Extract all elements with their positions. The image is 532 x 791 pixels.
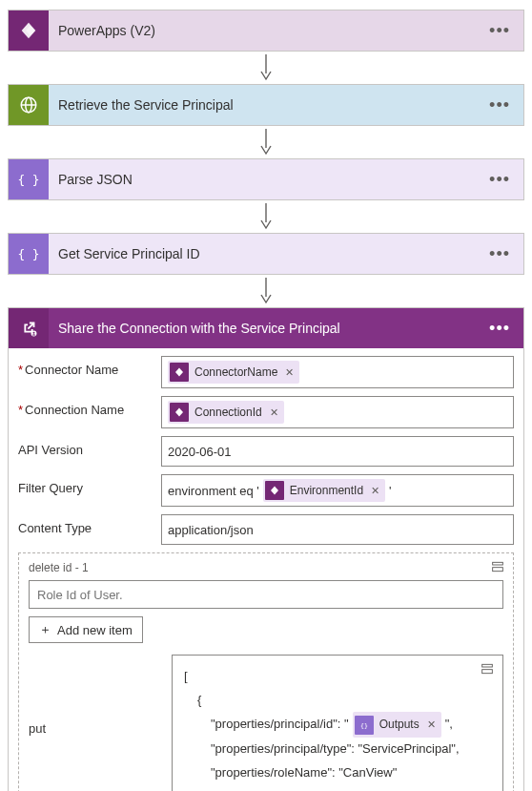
token-connection-id[interactable]: ConnectionId ✕ (168, 401, 284, 424)
step-header[interactable]: { } Get Service Principal ID ••• (9, 234, 523, 274)
token-label: ConnectionId (194, 406, 262, 419)
code-line: [ (184, 665, 491, 689)
braces-icon: { } (9, 234, 49, 274)
token-remove-icon[interactable]: ✕ (427, 715, 436, 735)
token-icon: {} (355, 716, 374, 735)
connection-name-input[interactable]: ConnectionId ✕ (161, 396, 514, 428)
put-label: put (29, 655, 172, 736)
field-label: Connection Name (18, 396, 161, 428)
step-title: Retrieve the Service Principal (49, 97, 483, 113)
plus-icon: ＋ (39, 621, 51, 638)
step-menu-button[interactable]: ••• (483, 175, 516, 184)
put-body-input[interactable]: [ { "properties/principal/id": " {} Outp… (172, 655, 503, 791)
filter-query-input[interactable]: environment eq ' EnvironmentId ✕ ' (161, 474, 514, 507)
field-label: Connector Name (18, 356, 161, 388)
code-line: "properties/roleName": "CanView" (184, 761, 491, 785)
step-header[interactable]: Share the Connection with the Service Pr… (9, 308, 523, 348)
field-label: Content Type (18, 514, 161, 545)
switch-mode-icon[interactable] (490, 559, 505, 577)
step-body: Connector Name ConnectorName ✕ Connectio… (9, 348, 523, 791)
share-connection-icon (9, 308, 49, 348)
token-label: Outputs (379, 714, 419, 736)
braces-icon: { } (9, 159, 49, 199)
step-title: Parse JSON (49, 172, 483, 187)
field-content-type: Content Type application/json (18, 514, 514, 545)
token-remove-icon[interactable]: ✕ (371, 485, 379, 497)
step-menu-button[interactable]: ••• (483, 100, 516, 110)
field-connection-name: Connection Name ConnectionId ✕ (18, 396, 514, 428)
step-get-id[interactable]: { } Get Service Principal ID ••• (8, 233, 524, 275)
delete-section: delete id - 1 ＋ Add new item put [ { "pr… (18, 552, 514, 791)
code-line: { (184, 689, 491, 713)
step-header[interactable]: { } Parse JSON ••• (9, 159, 523, 199)
token-environment-id[interactable]: EnvironmentId ✕ (263, 479, 385, 502)
svg-text:{ }: { } (18, 173, 39, 187)
field-label: API Version (18, 436, 161, 467)
section-title: delete id - 1 (29, 561, 503, 574)
field-connector-name: Connector Name ConnectorName ✕ (18, 356, 514, 388)
token-remove-icon[interactable]: ✕ (270, 406, 278, 419)
step-menu-button[interactable]: ••• (483, 249, 516, 259)
svg-rect-10 (493, 562, 503, 565)
step-powerapps[interactable]: PowerApps (V2) ••• (8, 10, 524, 52)
switch-mode-icon[interactable] (480, 661, 495, 685)
globe-icon (9, 85, 49, 125)
flow-arrow (8, 275, 524, 307)
step-share-connection: Share the Connection with the Service Pr… (8, 307, 524, 791)
powerapps-icon (9, 10, 49, 51)
step-menu-button[interactable]: ••• (483, 323, 516, 333)
input-value: application/json (168, 523, 254, 537)
step-retrieve[interactable]: Retrieve the Service Principal ••• (8, 84, 524, 126)
token-icon (265, 481, 284, 500)
input-value: 2020-06-01 (168, 445, 232, 459)
code-line: "properties/principal/id": " {} Outputs … (184, 712, 491, 738)
svg-rect-13 (482, 670, 493, 674)
filter-prefix-text: environment eq ' (168, 484, 259, 498)
flow-arrow (8, 126, 524, 158)
step-parse-json[interactable]: { } Parse JSON ••• (8, 158, 524, 200)
content-type-input[interactable]: application/json (161, 514, 514, 545)
token-icon (170, 403, 189, 422)
flow-arrow (8, 52, 524, 84)
svg-text:{ }: { } (18, 247, 39, 261)
flow-arrow (8, 200, 524, 233)
field-label: Filter Query (18, 474, 161, 507)
add-label: Add new item (57, 623, 133, 637)
code-line: } (184, 785, 491, 791)
role-id-input[interactable] (29, 580, 503, 609)
token-label: ConnectorName (194, 365, 277, 379)
token-icon (170, 363, 189, 382)
field-filter-query: Filter Query environment eq ' Environmen… (18, 474, 514, 507)
token-outputs[interactable]: {} Outputs ✕ (353, 712, 441, 738)
token-connector-name[interactable]: ConnectorName ✕ (168, 361, 299, 384)
step-header[interactable]: PowerApps (V2) ••• (9, 10, 523, 51)
add-new-item-button[interactable]: ＋ Add new item (29, 616, 143, 643)
svg-rect-12 (482, 664, 493, 667)
svg-text:{}: {} (360, 721, 368, 729)
token-remove-icon[interactable]: ✕ (285, 366, 294, 379)
connector-name-input[interactable]: ConnectorName ✕ (161, 356, 514, 388)
put-row: put [ { "properties/principal/id": " {} … (29, 655, 503, 791)
code-line: "properties/principal/type": "ServicePri… (184, 738, 491, 761)
step-title: Get Service Principal ID (49, 246, 483, 261)
step-menu-button[interactable]: ••• (483, 26, 516, 35)
svg-rect-11 (493, 568, 503, 572)
step-header[interactable]: Retrieve the Service Principal ••• (9, 85, 523, 125)
step-title: PowerApps (V2) (49, 23, 483, 38)
api-version-input[interactable]: 2020-06-01 (161, 436, 514, 467)
field-api-version: API Version 2020-06-01 (18, 436, 514, 467)
step-title: Share the Connection with the Service Pr… (49, 321, 483, 336)
token-label: EnvironmentId (290, 484, 363, 497)
